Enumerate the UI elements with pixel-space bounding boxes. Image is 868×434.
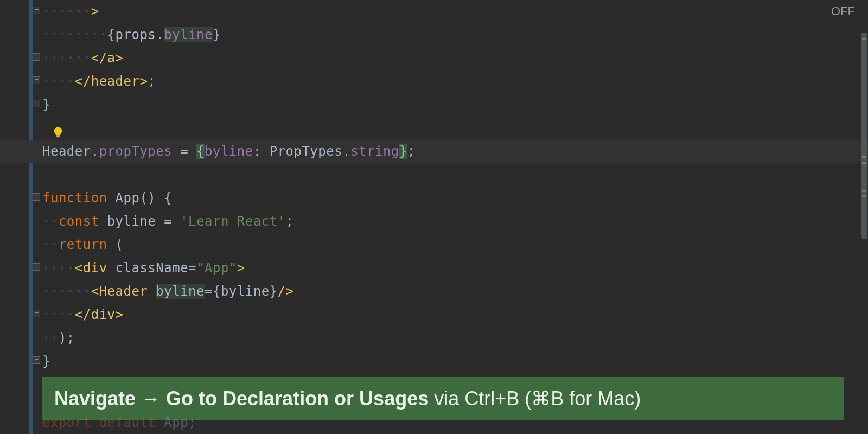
gutter <box>0 257 41 280</box>
code-line[interactable]: ····<div className="App"> <box>0 257 868 280</box>
gutter <box>0 163 41 187</box>
code-line[interactable]: ······</a> <box>0 47 868 70</box>
code-line[interactable] <box>0 117 868 140</box>
code-line[interactable]: ··const byline = 'Learn React'; <box>0 210 868 233</box>
marker-bar[interactable] <box>860 0 868 434</box>
fold-toggle-icon[interactable] <box>33 263 40 271</box>
gutter <box>0 70 41 93</box>
scrollbar-thumb[interactable] <box>861 33 867 239</box>
code-text[interactable]: } <box>42 93 50 117</box>
code-text[interactable]: } <box>42 350 50 373</box>
fold-toggle-icon[interactable] <box>33 356 40 364</box>
error-stripe-mark[interactable] <box>862 156 866 158</box>
code-text[interactable]: ··); <box>42 327 75 350</box>
error-stripe-mark[interactable] <box>862 190 866 192</box>
fold-toggle-icon[interactable] <box>33 76 40 84</box>
code-text[interactable]: ··return ( <box>42 233 124 257</box>
tip-banner: Navigate → Go to Declaration or Usages v… <box>42 377 844 420</box>
code-line[interactable] <box>0 163 868 187</box>
gutter <box>0 327 41 350</box>
code-line[interactable]: ····</div> <box>0 303 868 327</box>
fold-toggle-icon[interactable] <box>33 310 40 317</box>
code-line[interactable]: ····</header>; <box>0 70 868 93</box>
gutter <box>0 187 41 210</box>
gutter <box>0 210 41 233</box>
code-line[interactable]: ··return ( <box>0 233 868 257</box>
fold-toggle-icon[interactable] <box>33 100 40 107</box>
error-stripe-mark[interactable] <box>862 38 866 40</box>
ghost-code-line: export default App; <box>42 415 196 430</box>
code-line[interactable]: ······> <box>0 0 868 23</box>
svg-rect-0 <box>56 136 60 137</box>
code-text[interactable]: ······<Header byline={byline}/> <box>42 280 293 303</box>
code-text[interactable]: Header.propTypes = {byline: PropTypes.st… <box>42 140 416 163</box>
code-line[interactable]: ··); <box>0 327 868 350</box>
gutter <box>0 47 41 70</box>
code-line[interactable]: } <box>0 350 868 373</box>
code-text[interactable]: ······> <box>42 0 99 23</box>
code-line[interactable]: ······<Header byline={byline}/> <box>0 280 868 303</box>
gutter <box>0 23 41 47</box>
gutter <box>0 233 41 257</box>
svg-rect-1 <box>57 138 60 138</box>
fold-toggle-icon[interactable] <box>33 53 40 61</box>
gutter <box>0 303 41 327</box>
code-line[interactable]: } <box>0 93 868 117</box>
tip-rest: via Ctrl+B (⌘B for Mac) <box>434 387 641 410</box>
fold-toggle-icon[interactable] <box>33 7 40 14</box>
error-stripe-mark[interactable] <box>862 195 866 197</box>
code-line[interactable]: Header.propTypes = {byline: PropTypes.st… <box>0 140 868 163</box>
code-text[interactable]: ··const byline = 'Learn React'; <box>42 210 293 233</box>
gutter <box>0 117 41 140</box>
tip-bold: Navigate → Go to Declaration or Usages <box>54 387 429 410</box>
gutter <box>0 350 41 373</box>
code-text[interactable]: ····<div className="App"> <box>42 257 245 280</box>
code-text[interactable]: ····</div> <box>42 303 124 327</box>
code-line[interactable]: ········{props.byline} <box>0 23 868 47</box>
fold-toggle-icon[interactable] <box>33 193 40 201</box>
gutter <box>0 93 41 117</box>
code-line[interactable]: function App() { <box>0 187 868 210</box>
intention-bulb-icon[interactable] <box>53 126 63 137</box>
gutter <box>0 140 41 163</box>
code-text[interactable]: ········{props.byline} <box>42 23 221 47</box>
code-text[interactable]: function App() { <box>42 187 172 210</box>
code-text[interactable]: ······</a> <box>42 47 124 70</box>
error-stripe-mark[interactable] <box>862 162 866 164</box>
gutter <box>0 0 41 23</box>
code-text[interactable]: ····</header>; <box>42 70 156 93</box>
gutter <box>0 280 41 303</box>
